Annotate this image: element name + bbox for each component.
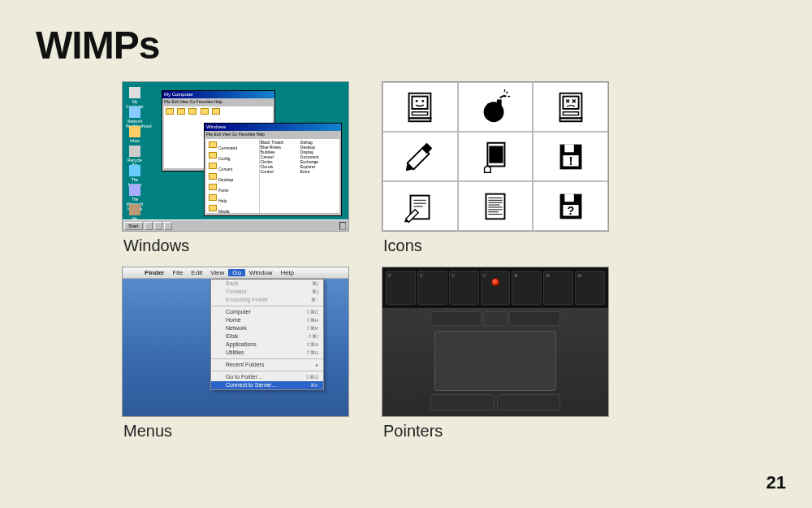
pointers-photo: ZXCVBNM: [382, 267, 609, 417]
write-icon: [401, 188, 438, 225]
paint-icon: [401, 138, 438, 176]
menu-item: Forward⌘]: [211, 288, 323, 296]
keyboard-key: B: [512, 271, 542, 305]
svg-rect-14: [559, 118, 581, 121]
windows-screenshot: My Computer Network Neighborhood Inbox R…: [122, 81, 349, 232]
caption-menus: Menus: [123, 422, 357, 441]
disk-question-icon: ?: [552, 188, 590, 225]
svg-point-2: [416, 99, 418, 102]
menu-item: Utilities⇧⌘U: [211, 349, 323, 357]
svg-rect-13: [563, 111, 578, 115]
svg-rect-5: [409, 118, 431, 121]
slide-title: WIMPs: [36, 23, 159, 67]
bomb-icon: [477, 89, 514, 126]
svg-rect-12: [563, 96, 578, 108]
svg-rect-1: [412, 96, 428, 108]
icons-grid: ! ?: [382, 81, 609, 232]
cell-menus: Finder File Edit View Go Window Help Bac…: [122, 267, 357, 441]
mac-menubar: Finder File Edit View Go Window Help: [123, 267, 348, 279]
wimp-grid: My Computer Network Neighborhood Inbox R…: [122, 81, 617, 441]
caption-pointers: Pointers: [383, 422, 617, 441]
menu-item: Computer⇧⌘C: [211, 308, 323, 316]
svg-rect-18: [489, 145, 503, 163]
trackpoint-icon: [491, 278, 499, 286]
menu-item: Enclosing Folder⌘↑: [211, 296, 323, 304]
menu-item: Connect to Server…⌘K: [211, 381, 323, 389]
start-button: Start: [124, 222, 143, 230]
cell-windows: My Computer Network Neighborhood Inbox R…: [122, 81, 357, 255]
disk-alert-icon: !: [552, 138, 590, 176]
text-document-icon: [477, 188, 514, 225]
menus-screenshot: Finder File Edit View Go Window Help Bac…: [122, 267, 349, 417]
go-menu-dropdown: Back⌘[Forward⌘]Enclosing Folder⌘↑Compute…: [210, 279, 324, 390]
svg-point-3: [422, 99, 425, 102]
document-hand-icon: [477, 138, 514, 176]
svg-rect-4: [412, 111, 428, 115]
keyboard-key: V: [481, 271, 511, 305]
svg-rect-15: [421, 142, 433, 154]
menu-item: Go to Folder…⇧⌘G: [211, 373, 323, 381]
menu-item: iDisk⇧⌘I: [211, 332, 323, 341]
cell-pointers: ZXCVBNM Pointers: [382, 267, 617, 441]
keyboard-key: M: [575, 271, 605, 305]
happy-mac-icon: [401, 89, 438, 126]
keyboard-key: C: [449, 271, 479, 305]
menu-item: Network⇧⌘K: [211, 324, 323, 332]
svg-line-8: [506, 91, 508, 93]
svg-text:!: !: [568, 153, 572, 167]
keyboard-key: N: [543, 271, 573, 305]
menu-item: Home⇧⌘H: [211, 316, 323, 324]
svg-rect-7: [497, 99, 502, 106]
svg-rect-20: [564, 144, 574, 152]
menu-item: Recent Folders▸: [211, 361, 323, 369]
keyboard-key: Z: [386, 271, 416, 305]
sad-mac-icon: [552, 89, 590, 126]
menu-item: Applications⇧⌘A: [211, 341, 323, 349]
caption-icons: Icons: [383, 237, 617, 255]
caption-windows: Windows: [123, 237, 357, 255]
svg-text:?: ?: [567, 203, 574, 216]
trackpad: [434, 331, 556, 391]
svg-rect-37: [564, 193, 574, 202]
cell-icons: ! ? Icons: [382, 81, 617, 255]
page-number: 21: [767, 472, 786, 493]
menu-item: Back⌘[: [211, 280, 323, 288]
keyboard-key: X: [417, 271, 447, 305]
